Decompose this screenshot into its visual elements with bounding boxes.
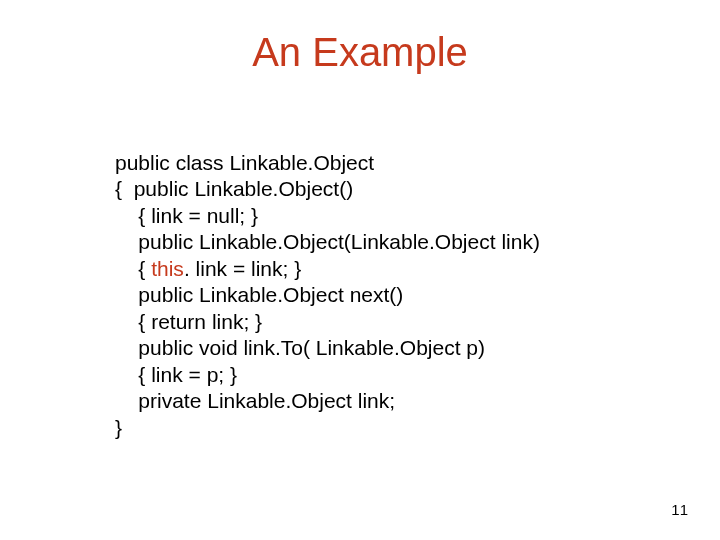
- code-line-11: }: [115, 416, 122, 439]
- keyword-this: this: [151, 257, 184, 280]
- page-number: 11: [671, 501, 688, 518]
- code-line-5b: . link = link; }: [184, 257, 301, 280]
- slide: An Example public class Linkable.Object …: [0, 0, 720, 540]
- code-line-1: public class Linkable.Object: [115, 151, 374, 174]
- slide-title: An Example: [0, 30, 720, 75]
- code-line-2: { public Linkable.Object(): [115, 177, 353, 200]
- code-line-5a: {: [115, 257, 151, 280]
- code-block: public class Linkable.Object { public Li…: [115, 150, 540, 441]
- code-line-7: { return link; }: [115, 310, 262, 333]
- code-line-3: { link = null; }: [115, 204, 258, 227]
- code-line-9: { link = p; }: [115, 363, 237, 386]
- code-line-8: public void link.To( Linkable.Object p): [115, 336, 485, 359]
- code-line-10: private Linkable.Object link;: [115, 389, 395, 412]
- code-line-4: public Linkable.Object(Linkable.Object l…: [115, 230, 540, 253]
- code-line-6: public Linkable.Object next(): [115, 283, 403, 306]
